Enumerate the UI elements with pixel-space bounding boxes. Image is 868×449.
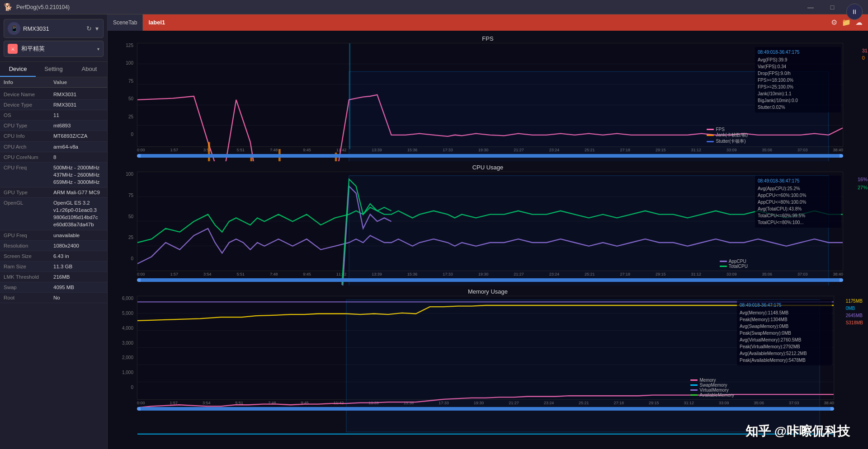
info-row: Device NameRMX3031 bbox=[0, 89, 107, 100]
info-row: OS11 bbox=[0, 110, 107, 121]
fps-scrollbar-thumb bbox=[137, 154, 843, 158]
fps-y-label-25: 25 bbox=[128, 114, 133, 119]
game-selector[interactable]: ⚔ 和平精英 ▾ bbox=[4, 41, 104, 57]
cpu-right-16: 16% bbox=[858, 177, 868, 182]
device-row[interactable]: 📱 RMX3031 ↻ ▾ bbox=[4, 19, 104, 38]
info-value-resolution: 1080x2400 bbox=[53, 242, 79, 249]
memory-legend-available: AvailableMemory bbox=[690, 393, 734, 398]
mem-right-0: 0MB bbox=[846, 306, 863, 311]
info-row: OpenGLOpenGL ES 3.2 v1.r26p0-01eac0.3 98… bbox=[0, 198, 107, 230]
info-value-gpu-type: ARM Mali-G77 MC9 bbox=[53, 189, 100, 196]
fps-y-label-75: 75 bbox=[128, 79, 133, 84]
info-row: GPU TypeARM Mali-G77 MC9 bbox=[0, 187, 107, 198]
jank-color bbox=[707, 135, 714, 136]
mem-peak-available: Peak(AvailableMemory):5478MB bbox=[740, 357, 829, 364]
fps-avg: Avg(FPS):39.9 bbox=[758, 56, 838, 63]
info-row: CPU Archarm64-v8a bbox=[0, 142, 107, 152]
scene-tab-title: label1 bbox=[148, 19, 165, 26]
info-value-cpu-arch: arm64-v8a bbox=[53, 143, 78, 150]
info-label-resolution: Resolution bbox=[4, 242, 53, 249]
cpu-legend-app: AppCPU bbox=[720, 259, 748, 264]
memory-legend-swap: SwapMemory bbox=[690, 383, 734, 388]
cpu-chart-title: CPU Usage bbox=[108, 161, 868, 172]
scene-tab-content: label1 ⚙ 📁 ☁ bbox=[143, 14, 868, 31]
minimize-button[interactable]: — bbox=[800, 0, 821, 14]
settings-icon[interactable]: ⚙ bbox=[831, 18, 837, 27]
fps-25: FPS>=25:100.0% bbox=[758, 84, 838, 90]
fps-legend-fps-label: FPS bbox=[716, 127, 724, 132]
tab-about[interactable]: About bbox=[71, 62, 107, 77]
mem-y-1000: 1,000 bbox=[122, 370, 133, 375]
cpu-legend: AppCPU TotalCPU bbox=[720, 259, 748, 269]
memory-stats-title: 08:49:018-36:47:175 bbox=[740, 302, 829, 309]
fps-legend-stutter: Stutter(卡顿率) bbox=[707, 138, 748, 145]
dropdown-icon[interactable]: ▾ bbox=[94, 24, 99, 33]
fps-right-label-0: 0 bbox=[862, 55, 868, 61]
fps-legend-fps: FPS bbox=[707, 127, 748, 132]
cpu-y-50: 50 bbox=[128, 214, 133, 219]
main-layout: 📱 RMX3031 ↻ ▾ ⚔ 和平精英 ▾ Device Setting Ab… bbox=[0, 14, 868, 449]
cpu-avg-app: Avg(AppCPU):25.2% bbox=[758, 185, 838, 192]
info-value-cpu-type: mt6893 bbox=[53, 122, 71, 129]
cpu-avg-total: Avg(TotalCPU):43.8% bbox=[758, 206, 838, 212]
charts-container: FPS 0 25 50 75 100 125 bbox=[108, 31, 868, 449]
cpu-60: AppCPU<=60%:100.0% bbox=[758, 192, 838, 199]
fps-scrollbar-right bbox=[840, 154, 843, 158]
memory-scrollbar-left bbox=[137, 407, 141, 411]
mem-avg-virtual: Avg(VirtualMemory):2760.5MB bbox=[740, 337, 829, 343]
fps-scrollbar[interactable] bbox=[137, 154, 843, 158]
info-label-screen-size: Screen Size bbox=[4, 253, 53, 260]
fps-stutter: Stutter:0.02% bbox=[758, 104, 838, 111]
info-label-gpu-freq: GPU Freq bbox=[4, 232, 53, 239]
fps-bigjank: BigJank(/10min):0.0 bbox=[758, 97, 838, 104]
titlebar-left: 🐕 PerfDog(v5.0.210104) bbox=[4, 3, 70, 11]
cpu-legend-total: TotalCPU bbox=[720, 264, 748, 269]
info-row: CPU CoreNum8 bbox=[0, 152, 107, 163]
memory-right-labels: 1175MB 0MB 2645MB S318MB bbox=[846, 299, 863, 325]
game-dropdown-icon: ▾ bbox=[97, 47, 99, 51]
maximize-button[interactable]: □ bbox=[822, 0, 843, 14]
device-row-inner: 📱 RMX3031 bbox=[8, 22, 85, 35]
info-label-cpu-corenum: CPU CoreNum bbox=[4, 154, 53, 161]
info-col-header: Info bbox=[4, 79, 53, 86]
app-title: PerfDog(v5.0.210104) bbox=[16, 4, 70, 10]
cpu-stats-title: 08:49:018-36:47:175 bbox=[758, 178, 838, 184]
fps-y-label-50: 50 bbox=[128, 96, 133, 101]
device-controls: ↻ ▾ bbox=[85, 24, 99, 33]
refresh-icon[interactable]: ↻ bbox=[85, 24, 93, 33]
info-value-cpu-freq: 500MHz - 2000MHz 437MHz - 2600MHz 659MHz… bbox=[53, 164, 99, 186]
info-label-device-name: Device Name bbox=[4, 91, 53, 98]
fps-chart-panel: FPS 0 25 50 75 100 125 bbox=[108, 33, 868, 159]
device-icon: 📱 bbox=[8, 22, 20, 35]
info-label-lmk-threshold: LMK Threshold bbox=[4, 273, 53, 281]
info-row: CPU InfoMT6893Z/CZA bbox=[0, 131, 107, 141]
tab-bar: Device Setting About bbox=[0, 62, 107, 77]
memory-scrollbar[interactable] bbox=[137, 407, 834, 411]
cpu-y-75: 75 bbox=[128, 193, 133, 198]
cpu-scrollbar[interactable] bbox=[137, 278, 843, 282]
info-value-ram-size: 11.3 GB bbox=[53, 263, 72, 270]
info-value-swap: 4095 MB bbox=[53, 284, 74, 291]
mem-y-0: 0 bbox=[131, 385, 133, 390]
memory-legend-mem: Memory bbox=[690, 378, 734, 383]
memory-svg bbox=[137, 296, 834, 435]
info-label-cpu-arch: CPU Arch bbox=[4, 143, 53, 150]
tab-device[interactable]: Device bbox=[0, 62, 36, 77]
fps-18: FPS>=18:100.0% bbox=[758, 77, 838, 84]
pause-button[interactable]: ⏸ bbox=[846, 14, 863, 20]
tab-setting[interactable]: Setting bbox=[36, 62, 71, 77]
fps-right-labels: 31 0 bbox=[862, 48, 868, 61]
fps-chart-title: FPS bbox=[108, 33, 868, 43]
mem-y-4000: 4,000 bbox=[122, 326, 133, 331]
available-color bbox=[690, 394, 698, 396]
memory-legend: Memory SwapMemory VirtualMemory bbox=[690, 378, 734, 398]
app-icon: 🐕 bbox=[4, 3, 13, 11]
fps-legend-jank: Jank(卡帧数/帧) bbox=[707, 132, 748, 138]
fps-legend: FPS Jank(卡帧数/帧) Stutter(卡顿率) bbox=[707, 127, 748, 145]
info-row: Screen Size6.43 in bbox=[0, 251, 107, 262]
info-label-swap: Swap bbox=[4, 284, 53, 291]
info-value-opengl: OpenGL ES 3.2 v1.r26p0-01eac0.3 9806d10f… bbox=[53, 199, 98, 228]
mem-peak: Peak(Memory):1304MB bbox=[740, 316, 829, 323]
memory-legend-swap-label: SwapMemory bbox=[699, 383, 727, 388]
device-name-text: RMX3031 bbox=[23, 25, 49, 32]
